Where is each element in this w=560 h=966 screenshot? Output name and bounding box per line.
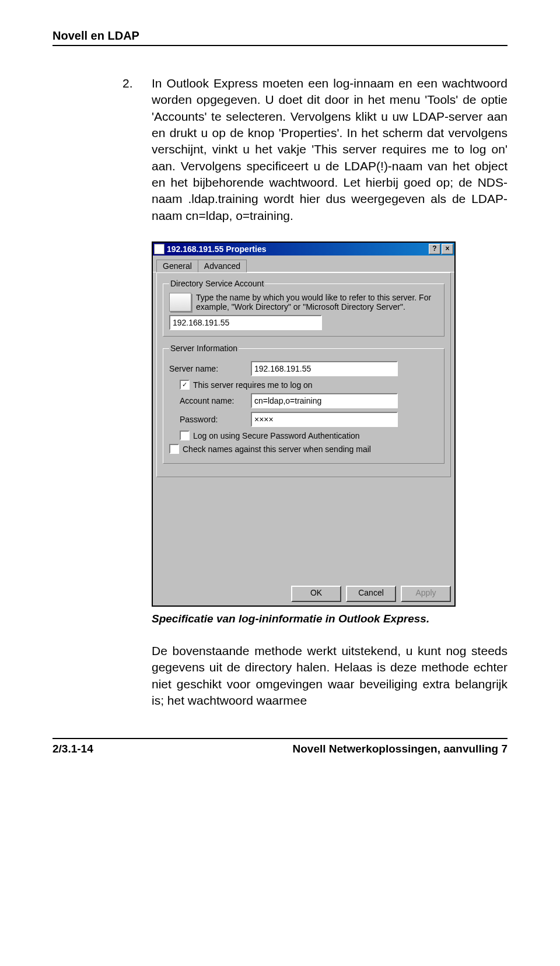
account-legend: Directory Service Account bbox=[169, 279, 265, 288]
tab-advanced[interactable]: Advanced bbox=[198, 260, 247, 272]
footer-right: Novell Netwerkoplossingen, aanvulling 7 bbox=[293, 743, 508, 755]
ok-button[interactable]: OK bbox=[291, 586, 341, 602]
cancel-button[interactable]: Cancel bbox=[346, 586, 396, 602]
tabstrip: General Advanced bbox=[153, 256, 454, 272]
step-number: 2. bbox=[123, 75, 133, 92]
tab-panel: Directory Service Account Type the name … bbox=[156, 272, 451, 477]
server-name-label: Server name: bbox=[169, 364, 251, 373]
server-name-input[interactable] bbox=[251, 361, 398, 376]
tab-general[interactable]: General bbox=[156, 260, 198, 272]
check-names-checkbox[interactable] bbox=[169, 444, 179, 454]
account-name-label: Account name: bbox=[169, 396, 251, 405]
footer: 2/3.1-14 Novell Netwerkoplossingen, aanv… bbox=[52, 743, 508, 755]
requires-logon-checkbox[interactable]: ✓ bbox=[180, 380, 190, 390]
titlebar: 192.168.191.55 Properties ? × bbox=[153, 243, 454, 256]
help-button[interactable]: ? bbox=[429, 244, 440, 254]
address-book-icon bbox=[169, 293, 191, 312]
server-information-group: Server Information Server name: ✓ This s… bbox=[163, 344, 444, 464]
spa-checkbox[interactable] bbox=[180, 430, 190, 440]
close-button[interactable]: × bbox=[442, 244, 453, 254]
footer-left: 2/3.1-14 bbox=[52, 743, 93, 755]
step-text: In Outlook Express moeten een log-innaam… bbox=[152, 76, 508, 222]
apply-button[interactable]: Apply bbox=[401, 586, 451, 602]
step-paragraph: 2. In Outlook Express moeten een log-inn… bbox=[152, 75, 508, 224]
server-info-legend: Server Information bbox=[169, 344, 239, 353]
following-paragraph: De bovenstaande methode werkt uitstekend… bbox=[152, 643, 508, 709]
header-rule bbox=[52, 45, 508, 46]
spa-label: Log on using Secure Password Authenticat… bbox=[193, 431, 360, 440]
dialog-title: 192.168.191.55 Properties bbox=[167, 244, 428, 254]
figure-caption: Specificatie van log-ininformatie in Out… bbox=[152, 612, 508, 625]
dialog-buttons: OK Cancel Apply bbox=[153, 582, 454, 606]
directory-service-account-group: Directory Service Account Type the name … bbox=[163, 279, 444, 337]
account-name-input[interactable] bbox=[169, 315, 322, 330]
account-hint: Type the name by which you would like to… bbox=[196, 293, 438, 312]
properties-dialog: 192.168.191.55 Properties ? × General Ad… bbox=[152, 242, 456, 607]
check-names-label: Check names against this server when sen… bbox=[183, 444, 371, 454]
password-input[interactable] bbox=[251, 412, 398, 427]
running-head: Novell en LDAP bbox=[52, 29, 508, 43]
logon-account-input[interactable] bbox=[251, 393, 398, 408]
password-label: Password: bbox=[169, 415, 251, 424]
footer-rule bbox=[52, 738, 508, 739]
requires-logon-label: This server requires me to log on bbox=[193, 380, 313, 390]
app-icon bbox=[154, 244, 164, 254]
